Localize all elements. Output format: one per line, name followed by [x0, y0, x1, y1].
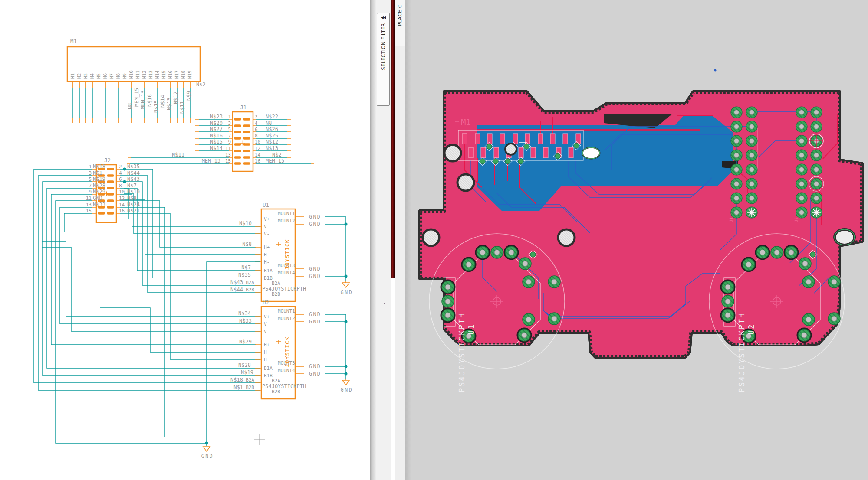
component-ref: J1: [240, 104, 247, 111]
svg-text:3: 3: [228, 121, 231, 126]
selection-filter-tab[interactable]: ◀◀ SELECTION FILTER: [377, 13, 390, 106]
silkscreen-ref: M1: [461, 117, 471, 127]
svg-text:GND: GND: [309, 273, 321, 279]
svg-text:N$18: N$18: [93, 163, 105, 170]
svg-text:H-: H-: [264, 259, 270, 265]
svg-text:GND: GND: [309, 371, 321, 377]
svg-text:N$16: N$16: [210, 133, 223, 139]
chevron-left-icon[interactable]: ‹: [384, 301, 385, 306]
svg-text:V+: V+: [264, 216, 270, 222]
svg-text:M18: M18: [181, 70, 186, 79]
pin1-star: [747, 208, 756, 217]
svg-text:M5: M5: [96, 73, 102, 79]
silkscreen-part: PS4JOYSTICKPTH: [457, 312, 466, 392]
svg-text:B2A: B2A: [246, 377, 254, 383]
svg-text:15: 15: [86, 208, 92, 214]
selection-filter-label: SELECTION FILTER: [381, 23, 386, 70]
wire-junction: [345, 372, 348, 376]
svg-text:N$43: N$43: [127, 176, 140, 182]
svg-text:N$35: N$35: [127, 163, 140, 170]
svg-text:M16: M16: [168, 70, 173, 79]
collapse-panel-icon[interactable]: ◀◀: [381, 16, 385, 20]
place-components-tab[interactable]: PLACE C: [395, 0, 405, 46]
svg-text:N$25: N$25: [266, 133, 278, 139]
panel-divider-line: [391, 278, 391, 480]
pin1-star: [812, 208, 821, 217]
svg-text:N$11: N$11: [172, 152, 184, 158]
svg-text:GND: GND: [309, 266, 321, 272]
svg-text:N$44: N$44: [127, 170, 140, 176]
svg-text:N$13: N$13: [166, 98, 172, 110]
component-ref: U2: [263, 299, 269, 306]
svg-text:5: 5: [89, 176, 92, 182]
part-name: PS4JOYSTICKPTH: [262, 383, 306, 389]
svg-text:N$34: N$34: [238, 310, 251, 317]
svg-text:11: 11: [86, 196, 92, 201]
svg-text:MEM_13: MEM_13: [202, 158, 220, 164]
svg-text:MEM_15: MEM_15: [266, 158, 284, 164]
component-ref: M1: [70, 38, 77, 45]
wire-junction: [123, 168, 126, 171]
svg-text:GND: GND: [309, 221, 321, 227]
svg-text:M14: M14: [155, 70, 160, 79]
wire-junction: [345, 275, 348, 278]
svg-text:N$43: N$43: [230, 279, 243, 285]
svg-text:M9: M9: [122, 73, 128, 79]
pcb-editor[interactable]: M1 J1 J2: [405, 0, 868, 480]
svg-text:12: 12: [119, 196, 125, 201]
svg-text:7: 7: [89, 183, 92, 189]
svg-text:M11: M11: [135, 70, 141, 79]
svg-text:B2B: B2B: [272, 291, 280, 297]
svg-text:M2: M2: [76, 73, 82, 79]
svg-text:15: 15: [225, 158, 231, 164]
svg-text:16: 16: [119, 208, 125, 214]
svg-text:N$7: N$7: [241, 264, 251, 271]
silkscreen-ref: U1: [467, 323, 476, 335]
svg-text:N$24: N$24: [127, 202, 140, 208]
silkscreen-part: PS4JOYSTICKPTH: [737, 312, 746, 392]
svg-text:V: V: [264, 224, 267, 229]
schematic-editor[interactable]: M1 M1 M2 M3 M4 M5 M6 M7 M8 M9 M10 M11 M1…: [0, 0, 376, 480]
svg-text:M4: M4: [89, 73, 95, 79]
svg-text:4: 4: [119, 170, 122, 176]
svg-text:MOUNT4: MOUNT4: [278, 270, 295, 276]
svg-text:1: 1: [228, 114, 231, 120]
svg-text:GND: GND: [309, 214, 321, 220]
svg-text:13: 13: [86, 202, 92, 208]
svg-text:GND: GND: [309, 363, 321, 369]
svg-text:14: 14: [255, 152, 261, 158]
gnd-label: GND: [201, 453, 214, 459]
svg-text:N$16: N$16: [147, 94, 153, 107]
svg-text:8: 8: [255, 133, 258, 139]
svg-text:5: 5: [228, 127, 231, 132]
silkscreen-ref: J1: [729, 217, 733, 222]
svg-text:B1A: B1A: [264, 268, 273, 274]
part-name: PS4JOYSTICKPTH: [262, 286, 306, 292]
svg-text:N$33: N$33: [239, 318, 252, 324]
svg-text:N$44: N$44: [230, 287, 243, 293]
svg-text:3: 3: [89, 170, 92, 176]
svg-text:N$19: N$19: [241, 369, 253, 376]
svg-text:M12: M12: [141, 70, 147, 79]
svg-text:N$1: N$1: [93, 170, 102, 176]
svg-text:H+: H+: [264, 245, 270, 250]
svg-text:N$14: N$14: [210, 145, 223, 151]
component-ref: J2: [104, 157, 111, 163]
wire-junction: [345, 223, 348, 226]
pcb-left-shadow: [405, 0, 411, 480]
svg-text:H: H: [264, 252, 267, 258]
wire-junction: [345, 365, 348, 368]
window-splitter[interactable]: [370, 0, 376, 480]
body-text: JOYSTICK: [284, 336, 290, 367]
svg-text:9: 9: [89, 189, 92, 195]
svg-text:7: 7: [228, 133, 231, 139]
svg-text:N$28: N$28: [93, 183, 105, 189]
svg-text:14: 14: [119, 202, 125, 208]
svg-text:M13: M13: [148, 70, 154, 79]
svg-text:N$33: N$33: [93, 202, 105, 208]
svg-text:N$21: N$21: [127, 208, 140, 214]
svg-text:N$12: N$12: [173, 91, 179, 104]
svg-text:M7: M7: [109, 73, 115, 79]
svg-text:N$8: N$8: [242, 241, 252, 247]
svg-text:N$28: N$28: [238, 362, 251, 368]
